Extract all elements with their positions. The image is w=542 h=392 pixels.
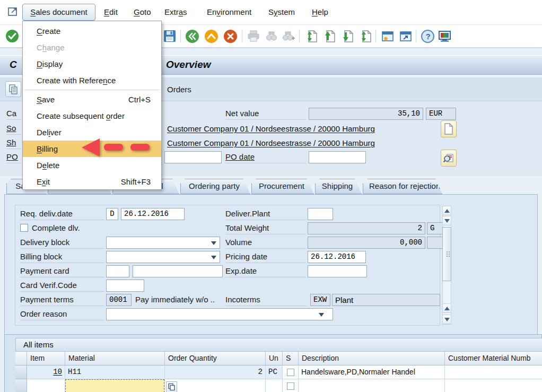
po-number-input[interactable] (164, 151, 222, 163)
req-deliv-date-input[interactable]: 26.12.2016 (121, 208, 185, 220)
cell-item[interactable] (27, 379, 65, 392)
chevron-down-icon (211, 256, 216, 259)
exp-date-label: Exp.date (225, 265, 306, 277)
gui-settings-button[interactable] (437, 29, 452, 43)
column-header-order-quantity[interactable]: Order Quantity (165, 352, 266, 365)
cell-description[interactable] (299, 379, 445, 392)
cell-order-quantity[interactable] (165, 379, 266, 392)
first-page-icon (304, 29, 318, 43)
svg-text:?: ? (425, 32, 430, 41)
create-shortcut-button[interactable] (398, 29, 413, 43)
cell-s (283, 379, 299, 392)
s-checkbox[interactable] (287, 369, 294, 376)
scroll-up-button-bottom[interactable] (442, 303, 451, 313)
new-session-icon: ✷ (380, 29, 395, 43)
cell-material (65, 379, 165, 392)
column-header-description[interactable]: Description (299, 352, 445, 365)
cell-order-quantity[interactable]: 2 (165, 365, 266, 379)
menu-item-exit[interactable]: ExitShift+F3 (23, 173, 161, 190)
last-page-button[interactable] (357, 29, 372, 43)
po-date-input[interactable] (309, 151, 366, 163)
previous-page-button[interactable] (321, 29, 336, 43)
po-date-label: PO date (225, 151, 306, 163)
order-reason-combo[interactable] (106, 308, 333, 320)
material-input-focused[interactable] (65, 379, 164, 392)
column-header-customer-material[interactable]: Customer Material Numb (445, 352, 542, 365)
next-page-icon (340, 29, 354, 43)
print-button[interactable] (246, 29, 261, 43)
cell-un[interactable] (266, 379, 283, 392)
payment-card-number-input[interactable] (133, 265, 223, 277)
scroll-down-button[interactable] (442, 216, 451, 225)
enter-button[interactable] (5, 29, 20, 43)
column-header-s[interactable]: S (283, 352, 299, 365)
ship-to-label-fragment: Sh (6, 137, 21, 149)
cell-material[interactable]: H11 (65, 365, 165, 379)
exit-button[interactable] (204, 29, 218, 43)
cell-s (283, 365, 299, 379)
up-icon (204, 29, 218, 43)
billing-block-combo[interactable] (106, 251, 220, 263)
scroll-up-button[interactable] (442, 206, 451, 215)
payment-card-type-input[interactable] (106, 265, 129, 277)
menu-sales-document[interactable]: Sales document (22, 4, 95, 21)
ship-to-party-link[interactable]: Customer Company 01 / Nordseestrasse / 2… (167, 137, 375, 149)
deliver-plant-input[interactable] (308, 208, 333, 220)
s-checkbox[interactable] (287, 382, 294, 390)
scroll-down-button-bottom[interactable] (442, 315, 451, 324)
menu-help[interactable]: Help (312, 0, 328, 24)
new-session-button[interactable]: ✷ (380, 29, 395, 43)
payment-terms-code-field: 0001 (106, 294, 132, 306)
sold-to-party-link[interactable]: Customer Company 01 / Nordseestrasse / 2… (167, 123, 375, 135)
complete-dlv-checkbox[interactable] (20, 224, 28, 232)
menu-item-delete[interactable]: Delete (23, 157, 161, 173)
payment-terms-label: Payment terms (20, 294, 104, 306)
cancel-button[interactable] (223, 29, 238, 43)
card-verif-code-input[interactable] (106, 280, 144, 292)
tab-reason-for-rejection[interactable]: Reason for rejection (363, 179, 442, 194)
column-header-item[interactable]: Item (27, 352, 65, 365)
material-matchcode-button[interactable] (166, 381, 177, 392)
pricing-date-input[interactable]: 26.12.2016 (308, 251, 366, 263)
cell-item[interactable]: 10 (27, 365, 65, 379)
req-deliv-date-type-input[interactable]: D (106, 208, 118, 220)
menu-item-create-with-reference[interactable]: Create with Reference (23, 72, 161, 89)
new-document-button[interactable] (441, 120, 457, 137)
menu-item-create[interactable]: Create (23, 23, 161, 39)
cell-customer-material[interactable] (445, 379, 542, 392)
back-button[interactable] (185, 29, 199, 43)
menu-extras[interactable]: Extras (164, 0, 187, 24)
save-button[interactable] (162, 29, 177, 43)
find-button[interactable] (264, 29, 279, 43)
exp-date-input[interactable] (308, 265, 367, 277)
cell-description[interactable]: Handelsware,PD,Normaler Handel (299, 365, 445, 379)
arrow-head (82, 138, 100, 156)
row-selector[interactable] (15, 379, 27, 392)
cell-customer-material[interactable] (445, 365, 542, 379)
display-customer-button[interactable] (441, 150, 457, 167)
printer-icon (247, 29, 260, 43)
help-button[interactable]: ? (420, 29, 435, 43)
sold-to-label-fragment: So (6, 123, 21, 135)
menu-environment[interactable]: Environment (207, 0, 251, 24)
find-next-button[interactable] (281, 29, 296, 43)
menu-system[interactable]: System (268, 0, 295, 24)
cell-un[interactable]: PC (266, 365, 283, 379)
menu-item-display[interactable]: Display (23, 56, 161, 72)
column-header-selector[interactable] (15, 352, 27, 365)
first-page-button[interactable] (303, 29, 318, 43)
copy-document-button[interactable] (5, 81, 21, 97)
scrollbar-thumb[interactable] (442, 227, 451, 281)
next-page-button[interactable] (339, 29, 354, 43)
column-header-un[interactable]: Un (266, 352, 283, 365)
tab-procurement[interactable]: Procurement (251, 179, 314, 194)
req-deliv-date-label: Req. deliv.date (20, 208, 104, 220)
row-selector[interactable] (15, 365, 27, 379)
menu-item-create-subsequent-order[interactable]: Create subsequent order (23, 108, 161, 124)
tab-ordering-party[interactable]: Ordering party (180, 179, 250, 194)
column-header-material[interactable]: Material (65, 352, 165, 365)
menu-item-save[interactable]: SaveCtrl+S (23, 91, 161, 108)
svg-text:✷: ✷ (383, 36, 388, 42)
tab-shipping[interactable]: Shipping (315, 179, 362, 194)
delivery-block-combo[interactable] (106, 237, 220, 249)
